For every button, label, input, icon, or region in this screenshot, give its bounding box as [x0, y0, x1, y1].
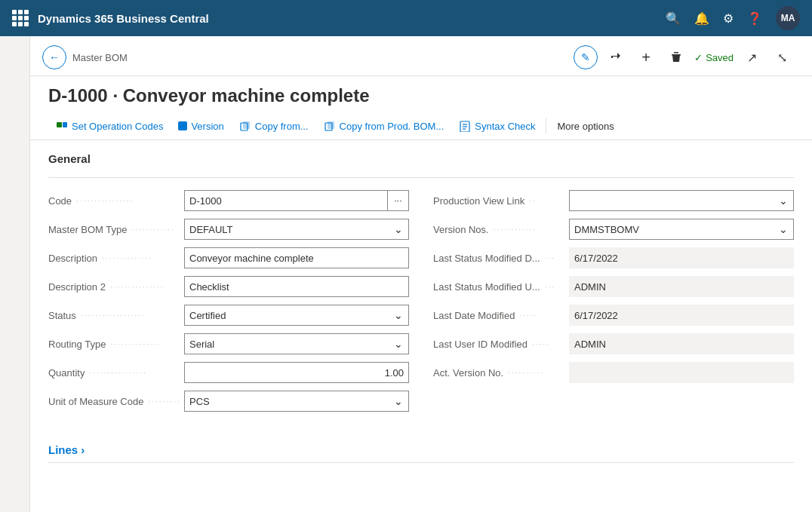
page-title: D-1000 · Conveyor machine complete: [48, 85, 794, 106]
unit-of-measure-label: Unit of Measure Code ·········: [48, 396, 184, 407]
status-select-wrapper: Certified New Under Development: [184, 305, 409, 326]
general-section-title: General: [48, 152, 794, 165]
code-input[interactable]: [184, 190, 388, 211]
lines-divider: [48, 462, 794, 463]
svg-rect-2: [57, 122, 62, 127]
edit-button[interactable]: ✎: [574, 45, 598, 69]
act-version-no-label: Act. Version No. ··········: [433, 367, 569, 379]
content-area: ← Master BOM ✎ + ✓ Saved ↗ ⤡ D: [30, 36, 812, 512]
search-icon[interactable]: 🔍: [666, 11, 681, 26]
expand-button[interactable]: ↗: [740, 45, 764, 69]
status-row: Status ·················· Certified New …: [48, 305, 409, 326]
svg-rect-1: [674, 52, 678, 54]
svg-rect-7: [328, 121, 334, 129]
routing-type-label: Routing Type ··············: [48, 339, 184, 350]
last-date-modified-row: Last Date Modified ·····: [433, 305, 794, 326]
master-bom-type-select[interactable]: DEFAULT: [184, 219, 409, 240]
status-select[interactable]: Certified New Under Development: [184, 305, 409, 326]
svg-rect-3: [63, 122, 67, 127]
last-status-modified-d-input: [569, 247, 794, 268]
main-wrapper: ← Master BOM ✎ + ✓ Saved ↗ ⤡ D: [0, 36, 812, 512]
description2-row: Description 2 ···············: [48, 276, 409, 297]
version-nos-label: Version Nos. ············: [433, 224, 569, 235]
add-button[interactable]: +: [634, 45, 658, 69]
code-label: Code ················: [48, 195, 184, 207]
right-column: Production View Link ·· Version Nos.: [433, 190, 794, 419]
last-date-modified-label: Last Date Modified ·····: [433, 310, 569, 321]
version-nos-select-wrapper: DMMSTBOMV: [569, 219, 794, 240]
delete-button[interactable]: [664, 45, 688, 69]
version-nos-select[interactable]: DMMSTBOMV: [569, 219, 794, 240]
description-input[interactable]: [184, 247, 409, 268]
general-divider: [48, 177, 794, 178]
quantity-input[interactable]: [184, 362, 409, 383]
header-actions: ✎ + ✓ Saved ↗ ⤡: [574, 45, 794, 69]
toolbar-separator: [546, 118, 546, 133]
left-column: Code ················ ··· Master BOM Typ…: [48, 190, 409, 419]
act-version-no-row: Act. Version No. ··········: [433, 362, 794, 383]
topbar-icons: 🔍 🔔 ⚙ ❓ MA: [666, 6, 800, 30]
avatar[interactable]: MA: [776, 6, 800, 30]
help-icon[interactable]: ❓: [747, 11, 762, 26]
master-bom-type-select-wrapper: DEFAULT: [184, 219, 409, 240]
code-ellipsis-button[interactable]: ···: [388, 190, 409, 211]
unit-of-measure-select[interactable]: PCS: [184, 391, 409, 412]
more-options-button[interactable]: More options: [549, 116, 621, 136]
form-grid: Code ················ ··· Master BOM Typ…: [48, 190, 794, 419]
form-area: General Code ················ ···: [30, 140, 812, 431]
lines-section: Lines ›: [30, 437, 812, 469]
production-view-link-select[interactable]: [569, 190, 794, 211]
routing-type-select[interactable]: Serial Parallel: [184, 333, 409, 354]
lines-chevron-icon: ›: [81, 443, 85, 456]
version-button[interactable]: Version: [171, 116, 231, 136]
set-operation-codes-button[interactable]: Set Operation Codes: [48, 115, 171, 136]
master-bom-type-row: Master BOM Type ············ DEFAULT: [48, 219, 409, 240]
settings-icon[interactable]: ⚙: [723, 11, 734, 26]
back-button[interactable]: ←: [42, 45, 66, 69]
sidebar: [0, 36, 30, 512]
last-status-modified-u-label: Last Status Modified U... ···: [433, 281, 569, 293]
toolbar: Set Operation Codes Version Copy from...…: [30, 112, 812, 140]
last-user-id-modified-label: Last User ID Modified ·····: [433, 339, 569, 350]
code-input-group: ···: [184, 190, 409, 211]
quantity-row: Quantity ················: [48, 362, 409, 383]
breadcrumb: Master BOM: [72, 52, 128, 63]
topbar: Dynamics 365 Business Central 🔍 🔔 ⚙ ❓ MA: [0, 0, 812, 36]
quantity-label: Quantity ················: [48, 367, 184, 379]
page-header: ← Master BOM ✎ + ✓ Saved ↗ ⤡: [30, 36, 812, 76]
description-label: Description ··············: [48, 253, 184, 264]
syntax-check-button[interactable]: Syntax Check: [451, 115, 543, 136]
app-grid-icon[interactable]: [12, 10, 29, 26]
notification-icon[interactable]: 🔔: [694, 11, 709, 26]
status-label: Status ··················: [48, 310, 184, 321]
code-row: Code ················ ···: [48, 190, 409, 211]
production-view-link-row: Production View Link ··: [433, 190, 794, 211]
last-status-modified-d-label: Last Status Modified D... ···: [433, 253, 569, 264]
copy-from-prod-button[interactable]: Copy from Prod. BOM...: [316, 115, 452, 136]
page-title-area: D-1000 · Conveyor machine complete: [30, 76, 812, 112]
description2-label: Description 2 ···············: [48, 281, 184, 293]
production-view-link-select-wrapper: [569, 190, 794, 211]
master-bom-type-label: Master BOM Type ············: [48, 224, 184, 235]
last-user-id-modified-row: Last User ID Modified ·····: [433, 333, 794, 354]
collapse-button[interactable]: ⤡: [770, 45, 794, 69]
share-button[interactable]: [604, 45, 628, 69]
copy-from-button[interactable]: Copy from...: [232, 115, 316, 136]
saved-status: ✓ Saved: [694, 52, 734, 63]
last-status-modified-u-input: [569, 276, 794, 297]
last-status-modified-d-row: Last Status Modified D... ···: [433, 247, 794, 268]
version-nos-row: Version Nos. ············ DMMSTBOMV: [433, 219, 794, 240]
description-row: Description ··············: [48, 247, 409, 268]
lines-title[interactable]: Lines ›: [48, 443, 794, 456]
unit-of-measure-select-wrapper: PCS: [184, 391, 409, 412]
production-view-link-label: Production View Link ··: [433, 195, 569, 207]
routing-type-row: Routing Type ·············· Serial Paral…: [48, 333, 409, 354]
unit-of-measure-row: Unit of Measure Code ········· PCS: [48, 391, 409, 412]
svg-rect-5: [243, 121, 250, 129]
last-status-modified-u-row: Last Status Modified U... ···: [433, 276, 794, 297]
description2-input[interactable]: [184, 276, 409, 297]
app-title: Dynamics 365 Business Central: [38, 12, 657, 25]
routing-type-select-wrapper: Serial Parallel: [184, 333, 409, 354]
act-version-no-input: [569, 362, 794, 383]
last-date-modified-input: [569, 305, 794, 326]
